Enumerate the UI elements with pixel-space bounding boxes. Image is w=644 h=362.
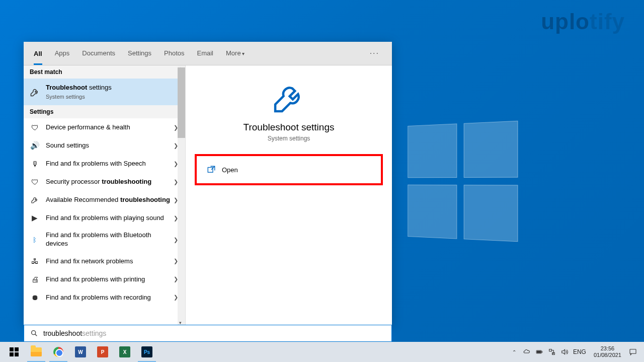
result-label: Find and fix problems with playing sound	[46, 214, 179, 223]
best-match-text: Troubleshoot settings System settings	[46, 84, 179, 100]
network-icon: 🖧	[30, 256, 40, 266]
search-typed-text: troubleshoot	[43, 329, 82, 337]
watermark-text: uplotify	[541, 9, 625, 34]
svg-rect-0	[208, 168, 213, 173]
result-security-processor[interactable]: 🛡 Security processor troubleshooting ❯	[24, 173, 185, 191]
word-icon: W	[75, 346, 86, 357]
tab-all[interactable]: All	[34, 50, 42, 65]
action-center-icon[interactable]	[629, 348, 637, 356]
results-list: Best match Troubleshoot settings System …	[24, 65, 186, 325]
preview-subtitle: System settings	[268, 135, 310, 142]
powerpoint-icon: P	[97, 346, 108, 357]
tab-documents[interactable]: Documents	[82, 49, 115, 58]
windows-icon	[9, 346, 20, 357]
mic-icon: 🎙	[30, 159, 40, 169]
result-label: Security processor troubleshooting	[46, 178, 179, 186]
system-tray: ⌃ ENG 23:56 01/08/2021	[510, 345, 641, 358]
result-label: Find and fix network problems	[46, 257, 179, 266]
open-action[interactable]: Open	[195, 154, 383, 185]
result-recording[interactable]: ⏺ Find and fix problems with recording ❯	[24, 288, 185, 307]
printer-icon: 🖨	[30, 274, 40, 284]
search-input[interactable]: troubleshoot settings	[24, 325, 392, 342]
search-suggestion-text: settings	[82, 329, 106, 337]
result-label: Find and fix problems with Speech	[46, 160, 179, 168]
tab-photos[interactable]: Photos	[164, 49, 184, 58]
battery-icon[interactable]	[535, 348, 543, 356]
clock-time: 23:56	[594, 345, 621, 352]
taskbar-word[interactable]: W	[69, 342, 92, 362]
start-search-panel: All Apps Documents Settings Photos Email…	[24, 42, 392, 325]
result-printing[interactable]: 🖨 Find and fix problems with printing ❯	[24, 270, 185, 288]
taskbar: W P X Ps ⌃ ENG 23:56 01/08/2021	[0, 342, 644, 362]
tray-overflow-button[interactable]: ⌃	[510, 348, 518, 356]
preview-pane: Troubleshoot settings System settings Op…	[186, 65, 392, 325]
best-match-header: Best match	[24, 65, 185, 79]
result-recommended-troubleshooting[interactable]: Available Recommended troubleshooting ❯	[24, 191, 185, 209]
photoshop-icon: Ps	[141, 346, 152, 357]
chrome-icon	[53, 346, 64, 357]
wrench-icon	[30, 87, 40, 97]
scroll-down-icon[interactable]: ▾	[179, 320, 184, 325]
svg-rect-3	[542, 351, 542, 352]
excel-icon: X	[119, 346, 130, 357]
tab-apps[interactable]: Apps	[55, 49, 70, 58]
taskbar-excel[interactable]: X	[114, 342, 136, 362]
folder-icon	[31, 346, 42, 357]
svg-rect-4	[537, 351, 541, 353]
result-bluetooth[interactable]: ᛒ Find and fix problems with Bluetooth d…	[24, 227, 185, 252]
result-device-performance[interactable]: 🛡 Device performance & health ❯	[24, 118, 185, 136]
shield-icon: 🛡	[30, 122, 40, 132]
language-indicator[interactable]: ENG	[573, 348, 586, 355]
result-sound-settings[interactable]: 🔊 Sound settings ❯	[24, 136, 185, 155]
volume-icon[interactable]	[560, 348, 569, 356]
record-icon: ⏺	[30, 293, 40, 303]
result-playing-sound[interactable]: ▶ Find and fix problems with playing sou…	[24, 209, 185, 227]
result-label: Available Recommended troubleshooting	[46, 196, 179, 204]
bluetooth-icon: ᛒ	[30, 235, 40, 245]
result-label: Device performance & health	[46, 123, 179, 132]
shield-icon: 🛡	[30, 177, 40, 187]
desktop-windows-logo	[408, 121, 518, 242]
open-icon	[207, 165, 216, 174]
start-button[interactable]	[3, 342, 25, 362]
onedrive-icon[interactable]	[523, 348, 531, 356]
tab-more[interactable]: More	[226, 49, 245, 58]
result-label: Find and fix problems with recording	[46, 294, 179, 302]
play-icon: ▶	[30, 213, 40, 223]
wrench-icon	[30, 195, 40, 205]
taskbar-powerpoint[interactable]: P	[92, 342, 114, 362]
results-scrollbar[interactable]: ▴ ▾	[178, 65, 185, 325]
result-label: Find and fix problems with Bluetooth dev…	[46, 231, 179, 248]
tab-settings[interactable]: Settings	[128, 49, 151, 58]
speaker-icon: 🔊	[30, 140, 40, 151]
taskbar-photoshop[interactable]: Ps	[136, 342, 158, 362]
open-action-label: Open	[222, 166, 238, 174]
clock-date: 01/08/2021	[594, 352, 621, 358]
scrollbar-thumb[interactable]	[178, 67, 185, 138]
svg-rect-7	[630, 349, 636, 354]
svg-point-1	[32, 331, 36, 335]
tab-email[interactable]: Email	[197, 49, 213, 58]
clock[interactable]: 23:56 01/08/2021	[594, 345, 621, 358]
result-label: Sound settings	[46, 141, 179, 150]
result-speech-problems[interactable]: 🎙 Find and fix problems with Speech ❯	[24, 155, 185, 173]
result-network[interactable]: 🖧 Find and fix network problems ❯	[24, 252, 185, 270]
wrench-icon	[272, 81, 306, 115]
taskbar-file-explorer[interactable]	[25, 342, 47, 362]
result-best-match[interactable]: Troubleshoot settings System settings	[24, 79, 185, 105]
tabs-overflow-button[interactable]: ···	[370, 49, 379, 58]
network-tray-icon[interactable]	[548, 348, 556, 356]
settings-header: Settings	[24, 105, 185, 118]
taskbar-chrome[interactable]	[47, 342, 69, 362]
svg-rect-5	[549, 349, 552, 351]
preview-title: Troubleshoot settings	[244, 122, 335, 133]
search-tabs: All Apps Documents Settings Photos Email…	[24, 42, 392, 65]
search-icon	[30, 329, 38, 337]
result-label: Find and fix problems with printing	[46, 275, 179, 284]
